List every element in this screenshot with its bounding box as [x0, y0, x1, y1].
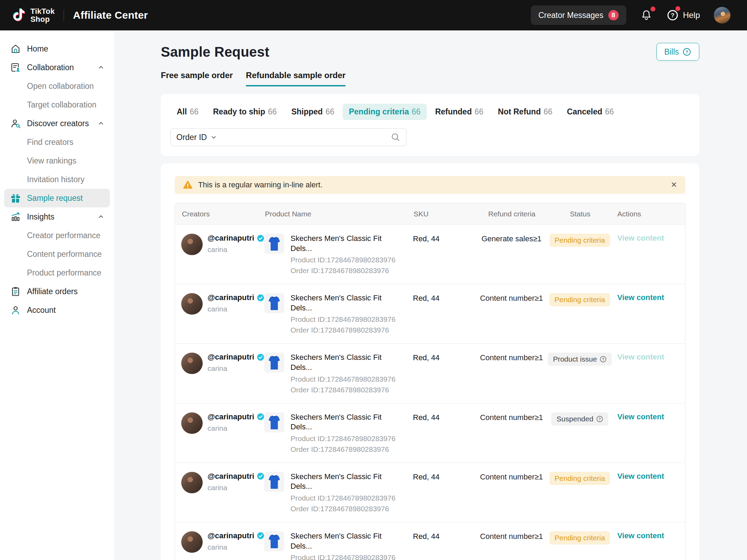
creator-name: carina [208, 245, 264, 254]
creator-handle[interactable]: @carinaputri [208, 531, 254, 540]
person-icon [10, 305, 21, 315]
actions-cell: View content [612, 531, 679, 540]
tab-free-sample-order[interactable]: Free sample order [161, 71, 233, 86]
creator-avatar[interactable] [181, 234, 203, 255]
product-name[interactable]: Skechers Men's Classic Fit Dels... [290, 412, 405, 432]
status-filter-tab[interactable]: Canceled 66 [561, 104, 620, 120]
gift-icon [10, 193, 21, 203]
user-avatar[interactable] [714, 7, 730, 24]
view-content-link[interactable]: View content [617, 412, 664, 421]
creator-name: carina [208, 305, 264, 313]
sku-cell: Red, 44 [413, 353, 475, 362]
sample-orders-table: Creators Product Name SKU Refund criteri… [175, 203, 685, 560]
tiktok-note-icon [10, 7, 26, 24]
view-content-link[interactable]: View content [617, 472, 664, 480]
status-filter-tab[interactable]: Ready to ship 66 [207, 104, 283, 120]
product-name[interactable]: Skechers Men's Classic Fit Dels... [290, 293, 405, 313]
sidebar-item-discover-creators[interactable]: Discover creators [0, 114, 114, 133]
status-filter-tab[interactable]: All 66 [170, 104, 205, 120]
sidebar-item-open-collaboration[interactable]: Open collaboration [0, 77, 114, 95]
sidebar-item-target-collaboration[interactable]: Target collaboration [0, 95, 114, 114]
bills-button[interactable]: Bills ? [656, 43, 699, 61]
column-header-creators: Creators [181, 210, 264, 218]
brand-wordmark: TikTok Shop [30, 7, 55, 23]
question-circle-icon[interactable]: ? [596, 416, 603, 422]
sidebar-item-product-performance[interactable]: Product performance [0, 263, 114, 282]
actions-cell: View content [612, 472, 679, 481]
search-icon[interactable] [391, 132, 400, 142]
status-filter-tab[interactable]: Pending criteria 66 [343, 104, 427, 120]
creator-name: carina [208, 424, 264, 432]
creator-handle[interactable]: @carinaputri [208, 353, 254, 362]
product-name[interactable]: Skechers Men's Classic Fit Dels... [290, 353, 405, 372]
status-filter-row: All 66 Ready to ship 66 Shipped 66 Pendi… [170, 104, 690, 120]
sidebar-item-home[interactable]: Home [0, 39, 114, 58]
creator-cell: @carinaputri carina [181, 293, 264, 315]
table-row: @carinaputri carina [175, 284, 685, 343]
sidebar-item-content-performance[interactable]: Content performance [0, 245, 114, 263]
discover-creators-icon [10, 118, 21, 129]
view-content-link[interactable]: View content [617, 293, 664, 302]
status-filter-tab[interactable]: Refunded 66 [429, 104, 490, 120]
help-button[interactable]: ? Help [666, 9, 700, 21]
sidebar-item-creator-performance[interactable]: Creator performance [0, 226, 114, 245]
product-name[interactable]: Skechers Men's Classic Fit Dels... [290, 234, 405, 253]
creator-avatar[interactable] [181, 293, 203, 315]
product-cell: Skechers Men's Classic Fit Dels... Produ… [264, 412, 413, 454]
sidebar-item-account[interactable]: Account [0, 301, 114, 319]
close-icon[interactable]: ✕ [671, 181, 677, 189]
creator-avatar[interactable] [181, 412, 203, 434]
top-header: TikTok Shop Affiliate Center Creator Mes… [0, 0, 747, 30]
sidebar-item-view-rankings[interactable]: View rankings [0, 151, 114, 170]
product-image[interactable] [264, 234, 284, 254]
creator-cell: @carinaputri carina [181, 353, 264, 374]
sidebar-item-find-creators[interactable]: Find creators [0, 133, 114, 151]
product-image[interactable] [264, 412, 284, 432]
product-image[interactable] [264, 531, 284, 551]
tiktok-shop-logo[interactable]: TikTok Shop [10, 7, 55, 24]
sidebar-item-insights[interactable]: Insights [0, 207, 114, 226]
actions-cell: View content [612, 412, 679, 421]
creator-avatar[interactable] [181, 353, 203, 374]
sidebar-item-collaboration[interactable]: Collaboration [0, 58, 114, 77]
order-id: Order ID:17284678980283976 [290, 505, 405, 513]
sidebar-item-sample-request[interactable]: Sample request [4, 189, 110, 207]
creator-avatar[interactable] [181, 472, 203, 493]
status-cell: Pending criteria ? [548, 531, 612, 544]
verified-badge-icon [257, 354, 264, 361]
question-circle-icon[interactable]: ? [600, 356, 607, 363]
sidebar-item-affiliate-orders[interactable]: Affiliate orders [0, 282, 114, 301]
filters-card: All 66 Ready to ship 66 Shipped 66 Pendi… [161, 94, 699, 156]
view-content-link[interactable]: View content [617, 353, 664, 361]
refund-criteria-cell: Content number≥1 [475, 293, 548, 303]
status-filter-tab[interactable]: Shipped 66 [285, 104, 340, 120]
sku-cell: Red, 44 [413, 531, 475, 541]
product-name[interactable]: Skechers Men's Classic Fit Dels... [290, 531, 405, 551]
status-cell: Suspended ? [548, 412, 612, 426]
product-image[interactable] [264, 353, 284, 373]
creator-handle[interactable]: @carinaputri [208, 412, 254, 421]
view-content-link[interactable]: View content [617, 234, 664, 242]
creator-avatar[interactable] [181, 531, 203, 553]
creator-handle[interactable]: @carinaputri [208, 234, 254, 243]
creator-handle[interactable]: @carinaputri [208, 472, 254, 481]
creator-messages-button[interactable]: Creator Messages 8 [531, 6, 626, 25]
tab-refundable-sample-order[interactable]: Refundable sample order [246, 71, 345, 86]
search-field-select[interactable]: Order ID [176, 133, 217, 142]
view-content-link[interactable]: View content [617, 531, 664, 540]
column-header-refund-criteria: Refund criteria [475, 210, 548, 218]
product-id: Product ID:17284678980283976 [290, 375, 405, 383]
sku-cell: Red, 44 [413, 293, 475, 303]
notifications-button[interactable] [640, 9, 653, 22]
creator-handle[interactable]: @carinaputri [208, 293, 254, 302]
product-id: Product ID:17284678980283976 [290, 315, 405, 324]
sidebar-item-invitation-history[interactable]: Invitation history [0, 170, 114, 189]
product-image[interactable] [264, 472, 284, 492]
product-name[interactable]: Skechers Men's Classic Fit Dels... [290, 472, 405, 492]
product-image[interactable] [264, 293, 284, 313]
table-row: @carinaputri carina [175, 522, 685, 560]
status-filter-tab[interactable]: Not Refund 66 [492, 104, 559, 120]
search-input[interactable] [217, 129, 391, 146]
creator-cell: @carinaputri carina [181, 234, 264, 255]
order-id: Order ID:17284678980283976 [290, 386, 405, 394]
